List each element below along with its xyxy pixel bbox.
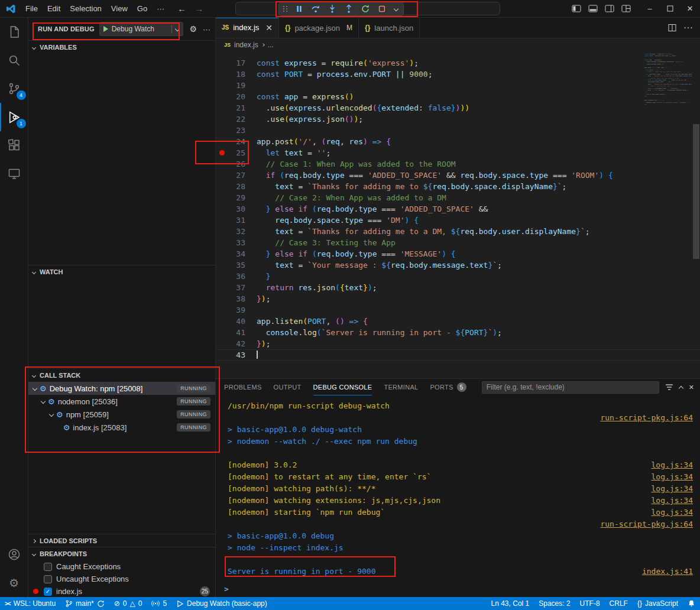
search-icon[interactable] (0, 46, 28, 74)
tab-package-json[interactable]: {} package.json M (279, 18, 359, 38)
toggle-sidebar-icon[interactable] (569, 0, 584, 18)
breakpoint-checkbox[interactable] (44, 575, 52, 583)
call-stack-session[interactable]: ⚙Debug Watch: npm [25008]RUNNING (28, 382, 215, 395)
code-line-29[interactable]: 29 // Case 2: When App was added to a DM (216, 192, 700, 203)
line-number[interactable]: 41 (228, 327, 245, 338)
line-number[interactable]: 20 (228, 91, 245, 102)
breakpoint-checkbox[interactable] (44, 563, 52, 571)
gutter-breakpoint-slot[interactable] (216, 338, 228, 349)
gutter-breakpoint-slot[interactable] (216, 181, 228, 192)
code-editor[interactable]: 17const express = require('express');18c… (216, 51, 700, 378)
line-number[interactable]: 32 (228, 226, 245, 237)
breadcrumb[interactable]: JS index.js ... (216, 38, 700, 51)
chevron-down-icon[interactable] (33, 386, 37, 391)
debug-console[interactable]: /usr/bin/npm run-script debug-watch run-… (216, 395, 700, 597)
watch-header[interactable]: WATCH (28, 265, 215, 278)
encoding[interactable]: UTF-8 (575, 597, 605, 610)
code-line-33[interactable]: 33 // Case 3: Texting the App (216, 237, 700, 248)
gutter-breakpoint-slot[interactable] (216, 327, 228, 338)
tab-close-icon[interactable]: ✕ (265, 23, 273, 33)
line-number[interactable]: 31 (228, 215, 245, 226)
toggle-secondary-sidebar-icon[interactable] (602, 0, 617, 18)
console-filter-input[interactable] (482, 381, 659, 394)
code-line-28[interactable]: 28 text = `Thanks for adding me to ${req… (216, 181, 700, 192)
call-stack-header[interactable]: CALL STACK (28, 369, 215, 382)
gutter-breakpoint-slot[interactable] (216, 316, 228, 327)
gutter-breakpoint-slot[interactable] (216, 192, 228, 203)
accounts-icon[interactable] (0, 540, 28, 569)
drag-grip-icon[interactable] (283, 3, 289, 15)
tab-index-js[interactable]: JS index.js ✕ (216, 18, 279, 38)
code-line-41[interactable]: 41 console.log(`Server is running in por… (216, 327, 700, 338)
gutter-breakpoint-slot[interactable] (216, 271, 228, 282)
line-number[interactable]: 21 (228, 102, 245, 113)
tab-output[interactable]: OUTPUT (274, 379, 302, 395)
step-into-button[interactable] (326, 3, 338, 15)
breakpoint-row[interactable]: Uncaught Exceptions (28, 573, 215, 585)
code-line-25[interactable]: 25 let text = ''; (216, 147, 700, 158)
menu-file[interactable]: File (21, 2, 43, 15)
code-line-24[interactable]: 24app.post('/', (req, res) => { (216, 136, 700, 147)
gutter-breakpoint-slot[interactable] (216, 237, 228, 248)
line-number[interactable]: 43 (228, 349, 245, 361)
close-panel-icon[interactable]: ✕ (689, 384, 694, 391)
code-line-18[interactable]: 18const PORT = process.env.PORT || 9000; (216, 69, 700, 80)
ports-status[interactable]: 5 (147, 597, 171, 610)
breakpoint-row[interactable]: Caught Exceptions (28, 560, 215, 573)
call-stack-session[interactable]: ⚙nodemon [25036]RUNNING (28, 395, 215, 408)
code-line-37[interactable]: 37 return res.json({text}); (216, 282, 700, 293)
run-and-debug-icon[interactable]: 1 (0, 103, 28, 131)
gutter-breakpoint-slot[interactable] (216, 203, 228, 215)
menu-view[interactable]: View (106, 2, 132, 15)
code-line-22[interactable]: 22 .use(express.json()); (216, 113, 700, 125)
breakpoint-row[interactable]: ✓index.js25 (28, 585, 215, 597)
extensions-icon[interactable] (0, 131, 28, 160)
code-line-27[interactable]: 27 if (req.body.type === 'ADDED_TO_SPACE… (216, 170, 700, 181)
configure-gear-icon[interactable]: ⚙ (189, 24, 197, 34)
menu-go[interactable]: Go (132, 2, 152, 15)
gutter-breakpoint-slot[interactable] (216, 69, 228, 80)
restart-button[interactable] (359, 3, 371, 15)
line-number[interactable]: 34 (228, 248, 245, 259)
code-line-36[interactable]: 36 } (216, 271, 700, 282)
line-number[interactable]: 38 (228, 293, 245, 304)
line-number[interactable]: 37 (228, 282, 245, 293)
gutter-breakpoint-slot[interactable] (216, 304, 228, 316)
gutter-breakpoint-slot[interactable] (216, 102, 228, 113)
split-editor-icon[interactable] (668, 24, 676, 32)
line-number[interactable]: 26 (228, 158, 245, 170)
gutter-breakpoint-slot[interactable] (216, 226, 228, 237)
code-line-35[interactable]: 35 text = `Your message : ${req.body.mes… (216, 259, 700, 271)
code-line-34[interactable]: 34 } else if (req.body.type === 'MESSAGE… (216, 248, 700, 259)
gutter-breakpoint-slot[interactable] (216, 248, 228, 259)
line-number[interactable]: 29 (228, 192, 245, 203)
git-branch-status[interactable]: main* (60, 597, 109, 610)
maximize-button[interactable] (660, 0, 680, 18)
tab-terminal[interactable]: TERMINAL (384, 379, 418, 395)
stop-button[interactable] (376, 3, 388, 15)
forward-icon[interactable]: → (195, 4, 203, 14)
breakpoint-checkbox[interactable]: ✓ (44, 588, 52, 596)
code-line-39[interactable]: 39 (216, 304, 700, 316)
maximize-panel-icon[interactable] (679, 384, 683, 390)
source-link[interactable]: run-script-pkg.js:64 (600, 518, 695, 530)
code-line-40[interactable]: 40app.listen(PORT, () => { (216, 316, 700, 327)
tab-problems[interactable]: PROBLEMS (224, 379, 262, 395)
session-select-chevron-icon[interactable] (393, 3, 400, 15)
minimap[interactable]: const express = require('express');const… (644, 53, 692, 242)
line-number[interactable]: 33 (228, 237, 245, 248)
minimize-button[interactable]: – (640, 0, 660, 18)
source-link[interactable]: log.js:34 (652, 495, 695, 507)
line-number[interactable]: 25 (228, 147, 245, 158)
language-mode[interactable]: {} JavaScript (633, 597, 683, 610)
source-link[interactable]: log.js:34 (652, 471, 695, 483)
chevron-down-icon[interactable] (49, 412, 54, 417)
remote-indicator[interactable]: >< WSL: Ubuntu (0, 597, 60, 610)
notifications-bell[interactable] (683, 597, 700, 610)
line-number[interactable]: 27 (228, 170, 245, 181)
step-out-button[interactable] (343, 3, 355, 15)
launch-config-chevron-icon[interactable] (174, 27, 179, 31)
eol-sequence[interactable]: CRLF (605, 597, 633, 610)
start-debugging-icon[interactable] (103, 26, 108, 32)
gutter-breakpoint-slot[interactable] (216, 147, 228, 158)
